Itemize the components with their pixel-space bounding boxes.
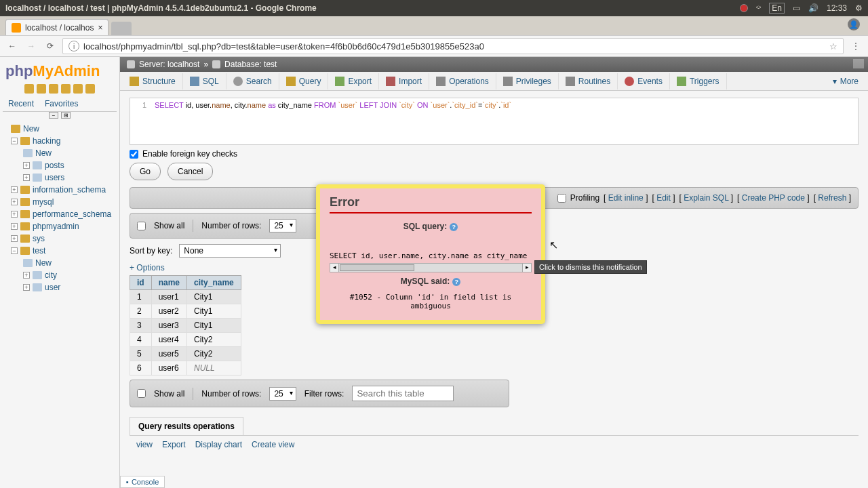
tree-db-info-schema[interactable]: +information_schema — [3, 184, 117, 196]
server-icon — [127, 60, 135, 68]
rows-control-bar-bottom: Show all Number of rows: 25 Filter rows: — [130, 380, 509, 407]
link-explain[interactable]: Explain SQL — [684, 193, 728, 203]
tree-table-users[interactable]: +users — [3, 171, 117, 184]
num-rows-select[interactable]: 25 — [269, 219, 296, 232]
console-toggle[interactable]: ▪ Console — [120, 476, 165, 488]
breadcrumb-server[interactable]: Server: localhost — [139, 60, 199, 69]
events-icon — [625, 77, 634, 86]
tree-db-perf-schema[interactable]: +performance_schema — [3, 208, 117, 220]
collapse-icon[interactable] — [853, 59, 864, 68]
export-icon — [335, 77, 344, 86]
reload-button[interactable]: ⟳ — [43, 39, 57, 53]
reload-nav-icon[interactable] — [73, 84, 83, 94]
tree-new-table[interactable]: New — [3, 147, 117, 159]
tree-table-posts[interactable]: +posts — [3, 159, 117, 171]
tree-new-db[interactable]: New — [3, 123, 117, 135]
record-icon — [740, 4, 748, 12]
num-rows-label: Number of rows: — [201, 221, 261, 230]
back-button[interactable]: ← — [5, 39, 19, 53]
clock: 12:33 — [827, 3, 847, 13]
tab-query[interactable]: Query — [279, 73, 329, 89]
tree-db-hacking[interactable]: −hacking — [3, 135, 117, 147]
tab-favicon-icon — [12, 23, 21, 33]
home-icon[interactable] — [24, 84, 34, 94]
sql-editor[interactable]: 1 SELECT id, user.name, city.name as cit… — [130, 98, 859, 145]
tree-db-sys[interactable]: +sys — [3, 232, 117, 245]
tab-routines[interactable]: Routines — [559, 73, 618, 89]
logout-icon[interactable] — [37, 84, 46, 94]
table-row: 3user3City1 — [130, 319, 241, 333]
tree-table-user[interactable]: +user — [3, 281, 117, 293]
tree-table-city[interactable]: +city — [3, 269, 117, 281]
operations-icon — [436, 77, 446, 86]
show-all-checkbox[interactable] — [137, 222, 146, 230]
tab-search[interactable]: Search — [226, 73, 279, 89]
star-icon[interactable]: ☆ — [829, 41, 837, 52]
table-row: 4user4City2 — [130, 333, 241, 347]
tree-new-table[interactable]: New — [3, 257, 117, 269]
tab-events[interactable]: Events — [618, 73, 670, 89]
settings-icon[interactable] — [61, 84, 71, 94]
filter-input[interactable] — [352, 386, 454, 401]
profiling-checkbox[interactable] — [557, 194, 566, 203]
routines-icon — [566, 77, 575, 86]
results-table: id name city_name 1user1City1 2user2City… — [130, 275, 241, 375]
tab-close-icon[interactable]: × — [98, 23, 102, 33]
query-icon — [286, 77, 296, 86]
tree-db-phpmyadmin[interactable]: +phpmyadmin — [3, 220, 117, 232]
link-edit[interactable]: Edit — [656, 193, 671, 203]
nav-settings-icon[interactable] — [85, 84, 95, 94]
col-city-name[interactable]: city_name — [187, 276, 241, 290]
link-refresh[interactable]: Refresh — [818, 193, 846, 203]
window-title: localhost / localhost / test | phpMyAdmi… — [5, 3, 317, 13]
chrome-menu-icon[interactable]: ⋮ — [849, 39, 863, 53]
link-php-code[interactable]: Create PHP code — [742, 193, 805, 203]
tab-title: localhost / localhos — [25, 23, 94, 33]
browser-tab[interactable]: localhost / localhos × — [5, 19, 108, 35]
tab-import[interactable]: Import — [379, 73, 429, 89]
url-text: localhost/phpmyadmin/tbl_sql.php?db=test… — [83, 41, 484, 52]
qro-link-create-view[interactable]: Create view — [252, 440, 294, 449]
link-edit-inline[interactable]: Edit inline — [608, 193, 644, 203]
dismiss-tooltip: Click to dismiss this notification — [534, 260, 647, 274]
breadcrumb-database[interactable]: Database: test — [224, 60, 277, 69]
tree-db-mysql[interactable]: +mysql — [3, 196, 117, 208]
qro-link-view[interactable]: view — [136, 440, 153, 449]
top-tabs: Structure SQL Search Query Export Import… — [120, 72, 868, 91]
qro-link-chart[interactable]: Display chart — [195, 440, 242, 449]
tab-operations[interactable]: Operations — [429, 73, 496, 89]
profile-avatar-icon[interactable]: 👤 — [848, 18, 860, 30]
error-mysql-label: MySQL said:? — [330, 277, 532, 286]
cancel-button[interactable]: Cancel — [167, 163, 213, 180]
tab-triggers[interactable]: Triggers — [670, 73, 727, 89]
tab-favorites[interactable]: Favorites — [39, 96, 83, 111]
qro-link-export[interactable]: Export — [162, 440, 186, 449]
new-tab-button[interactable] — [111, 22, 132, 35]
table-row: 1user1City1 — [130, 290, 241, 304]
show-all-checkbox[interactable] — [137, 389, 146, 398]
col-id[interactable]: id — [130, 276, 152, 290]
go-button[interactable]: Go — [130, 163, 161, 180]
tab-recent[interactable]: Recent — [3, 96, 39, 111]
col-name[interactable]: name — [151, 276, 186, 290]
error-scrollbar[interactable] — [330, 263, 532, 272]
site-info-icon[interactable]: i — [68, 41, 79, 52]
sort-select[interactable]: None — [179, 244, 281, 258]
help-icon[interactable]: ? — [450, 223, 458, 231]
tab-privileges[interactable]: Privileges — [496, 73, 559, 89]
gear-icon[interactable]: ⚙ — [855, 3, 863, 13]
help-icon[interactable]: ? — [452, 278, 460, 286]
num-rows-select[interactable]: 25 — [269, 387, 296, 401]
language-indicator[interactable]: En — [769, 3, 785, 14]
address-bar[interactable]: i localhost/phpmyadmin/tbl_sql.php?db=te… — [62, 38, 844, 54]
sort-label: Sort by key: — [130, 246, 172, 256]
privileges-icon — [503, 77, 513, 86]
tab-export[interactable]: Export — [328, 73, 379, 89]
error-popup[interactable]: Error SQL query:? SELECT id, user.name, … — [316, 184, 545, 324]
tab-sql[interactable]: SQL — [183, 73, 226, 89]
docs-icon[interactable] — [49, 84, 58, 94]
tab-more[interactable]: ▾More — [826, 73, 865, 89]
tab-structure[interactable]: Structure — [123, 73, 183, 89]
tree-db-test[interactable]: −test — [3, 245, 117, 257]
fk-checks-checkbox[interactable] — [130, 150, 138, 159]
